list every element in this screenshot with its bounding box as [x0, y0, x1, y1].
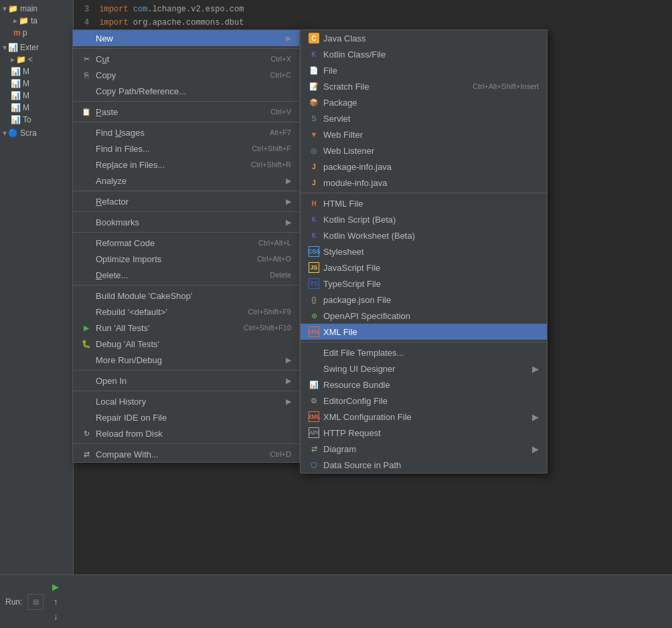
tree-item-m3[interactable]: 📊 M — [0, 90, 73, 102]
menu-item-reload-disk[interactable]: ↻ Reload from Disk — [73, 425, 299, 441]
submenu-label: Java Class — [323, 33, 366, 43]
file-icon: 📄 — [309, 65, 319, 76]
menu-item-find-in-files[interactable]: Find in Files... Ctrl+Shift+F — [73, 140, 299, 156]
submenu-item-editorconfig[interactable]: ⚙ EditorConfig File — [301, 393, 547, 409]
submenu-item-js-file[interactable]: JS JavaScript File — [301, 259, 547, 276]
submenu-item-file[interactable]: 📄 File — [301, 62, 547, 78]
menu-label: Copy Path/Reference... — [96, 86, 186, 96]
submenu-item-kotlin-class[interactable]: K Kotlin Class/File — [301, 46, 547, 62]
menu-item-run-tests[interactable]: ▶ Run 'All Tests' Ctrl+Shift+F10 — [73, 320, 299, 336]
play-button[interactable]: ▶ — [49, 581, 62, 594]
submenu-item-web-filter[interactable]: ▼ Web Filter — [301, 126, 547, 142]
no-icon — [81, 375, 92, 386]
tree-item-scratch[interactable]: ▾ 🔵 Scra — [0, 127, 73, 139]
submenu-item-html-file[interactable]: H HTML File — [301, 195, 547, 211]
submenu-label: TypeScript File — [323, 279, 381, 289]
submenu-item-ts-file[interactable]: TS TypeScript File — [301, 276, 547, 292]
tree-item-ta[interactable]: ▸ 📁 ta — [0, 15, 73, 27]
submenu-item-xml-config[interactable]: XML XML Configuration File ▶ — [301, 409, 547, 425]
submenu-item-diagram[interactable]: ⇄ Diagram ▶ — [301, 441, 547, 457]
submenu-item-package[interactable]: 📦 Package — [301, 94, 547, 110]
tree-item-m2[interactable]: 📊 M — [0, 78, 73, 90]
no-icon — [81, 270, 92, 280]
menu-label: Paste — [96, 107, 118, 117]
submenu-item-java-class[interactable]: C Java Class — [301, 30, 547, 46]
submenu-item-kotlin-worksheet[interactable]: K Kotlin Worksheet (Beta) — [301, 227, 547, 243]
menu-item-copy-path[interactable]: Copy Path/Reference... — [73, 83, 299, 99]
menu-item-new[interactable]: New ▶ — [73, 30, 299, 46]
menu-label: Bookmarks — [96, 217, 139, 227]
tree-item-main[interactable]: ▾ 📁 main — [0, 3, 73, 15]
cut-icon: ✂ — [81, 54, 92, 64]
tree-label: < — [28, 55, 33, 64]
menu-item-open-in[interactable]: Open In ▶ — [73, 373, 299, 389]
menu-item-refactor[interactable]: Refactor ▶ — [73, 193, 299, 209]
menu-item-build-module[interactable]: Build Module 'CakeShop' — [73, 288, 299, 304]
tree-item-bracket[interactable]: ▸ 📁 < — [0, 54, 73, 66]
menu-label: More Run/Debug — [96, 355, 162, 365]
submenu-label: Edit File Templates... — [323, 348, 404, 358]
module-info-icon: J — [309, 177, 319, 188]
menu-label: Debug 'All Tests' — [96, 339, 159, 349]
shortcut: Delete — [256, 271, 291, 279]
menu-label: Copy — [96, 70, 116, 80]
submenu-item-web-listener[interactable]: ◎ Web Listener — [301, 142, 547, 159]
diagram-icon: ⇄ — [309, 443, 319, 454]
menu-item-analyze[interactable]: Analyze ▶ — [73, 173, 299, 189]
tree-item-m4[interactable]: 📊 M — [0, 102, 73, 114]
menu-item-replace-in-files[interactable]: Replace in Files... Ctrl+Shift+R — [73, 156, 299, 173]
submenu-item-openapi[interactable]: ⊕ OpenAPI Specification — [301, 308, 547, 324]
lib-icon: 📊 — [11, 79, 21, 88]
submenu-item-http-request[interactable]: API HTTP Request — [301, 425, 547, 441]
tree-item-m1[interactable]: 📊 M — [0, 66, 73, 78]
submenu-item-edit-templates[interactable]: Edit File Templates... — [301, 344, 547, 360]
down-button[interactable]: ↓ — [49, 610, 62, 623]
file-tree-sidebar: ▾ 📁 main ▸ 📁 ta m p ▾ 📊 Exter ▸ 📁 < 📊 M — [0, 0, 74, 628]
menu-item-bookmarks[interactable]: Bookmarks ▶ — [73, 214, 299, 230]
submenu-label: Kotlin Script (Beta) — [323, 215, 396, 225]
menu-item-repair-ide[interactable]: Repair IDE on File — [73, 409, 299, 425]
menu-label: Find in Files... — [96, 144, 150, 154]
new-submenu: C Java Class K Kotlin Class/File 📄 File … — [300, 29, 548, 474]
menu-label: Compare With... — [96, 449, 159, 459]
submenu-item-servlet[interactable]: S Servlet — [301, 110, 547, 126]
tree-item-p[interactable]: m p — [0, 27, 73, 39]
submenu-item-module-info[interactable]: J module-info.java — [301, 175, 547, 191]
submenu-item-swing-ui[interactable]: Swing UI Designer ▶ — [301, 360, 547, 377]
menu-item-reformat[interactable]: Reformat Code Ctrl+Alt+L — [73, 235, 299, 251]
menu-item-debug-tests[interactable]: 🐛 Debug 'All Tests' — [73, 336, 299, 352]
menu-item-copy[interactable]: ⎘ Copy Ctrl+C — [73, 67, 299, 83]
shortcut: Ctrl+C — [257, 71, 291, 79]
submenu-label: Kotlin Worksheet (Beta) — [323, 231, 415, 241]
submenu-item-xml-file[interactable]: XML XML File — [301, 324, 547, 340]
submenu-item-scratch-file[interactable]: 📝 Scratch File Ctrl+Alt+Shift+Insert — [301, 78, 547, 94]
menu-item-paste[interactable]: 📋 Paste Ctrl+V — [73, 104, 299, 120]
menu-item-cut[interactable]: ✂ Cut Ctrl+X — [73, 51, 299, 67]
submenu-item-resource-bundle[interactable]: 📊 Resource Bundle — [301, 377, 547, 393]
tree-item-external[interactable]: ▾ 📊 Exter — [0, 41, 73, 54]
menu-item-delete[interactable]: Delete... Delete — [73, 267, 299, 283]
panel-icon[interactable]: ▤ — [27, 594, 44, 610]
menu-label: Analyze — [96, 176, 127, 186]
menu-item-optimize-imports[interactable]: Optimize Imports Ctrl+Alt+O — [73, 251, 299, 267]
up-button[interactable]: ↑ — [49, 595, 62, 609]
submenu-arrow: ▶ — [286, 356, 291, 364]
submenu-item-datasource[interactable]: ⬡ Data Source in Path — [301, 457, 547, 473]
menu-item-find-usages[interactable]: Find Usages Alt+F7 — [73, 124, 299, 140]
tree-item-to[interactable]: 📊 To — [0, 114, 73, 126]
submenu-item-package-info[interactable]: J package-info.java — [301, 159, 547, 175]
submenu-item-package-json[interactable]: {} package.json File — [301, 292, 547, 308]
menu-item-more-run[interactable]: More Run/Debug ▶ — [73, 352, 299, 368]
menu-item-rebuild[interactable]: Rebuild '<default>' Ctrl+Shift+F9 — [73, 304, 299, 320]
submenu-label: Data Source in Path — [323, 460, 401, 470]
no-icon — [81, 175, 92, 186]
menu-item-compare-with[interactable]: ⇄ Compare With... Ctrl+D — [73, 446, 299, 462]
submenu-item-kotlin-script[interactable]: K Kotlin Script (Beta) — [301, 211, 547, 227]
menu-item-local-history[interactable]: Local History ▶ — [73, 393, 299, 409]
submenu-item-stylesheet[interactable]: CSS Stylesheet — [301, 243, 547, 259]
paste-icon: 📋 — [81, 106, 92, 117]
submenu-arrow: ▶ — [286, 377, 291, 385]
submenu-label: Servlet — [323, 114, 350, 124]
resource-bundle-icon: 📊 — [309, 379, 319, 390]
submenu-label: HTTP Request — [323, 428, 381, 438]
